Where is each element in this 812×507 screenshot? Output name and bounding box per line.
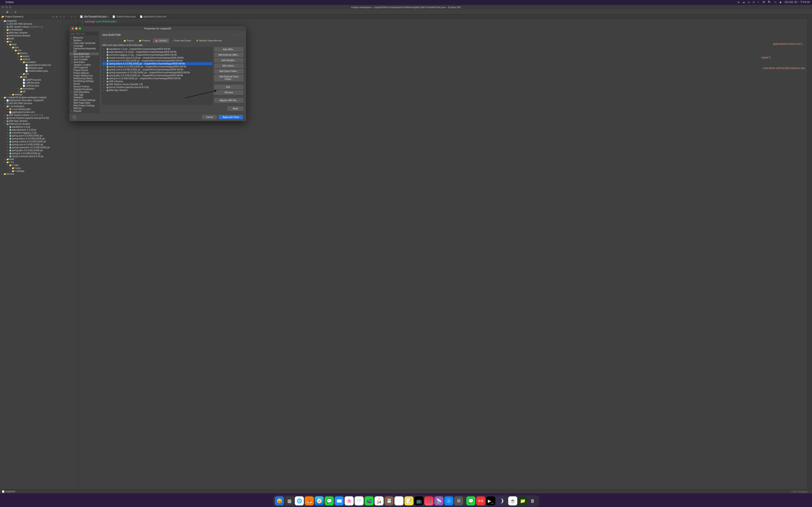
app-name[interactable]: Eclipse — [6, 1, 14, 3]
search-icon[interactable]: 🔍 — [768, 1, 771, 4]
input-icon[interactable]: 拼 — [763, 0, 765, 4]
clock[interactable]: 3月14日 周一 下午8:39 — [784, 0, 810, 4]
control-center-icon[interactable]: ⌥ — [774, 1, 777, 4]
mac-menubar: Eclipse ◎ ☁ ▭ ⊙ ᯤ 拼 🔍 ⌥ ◉ 3月14日 周一 下午8:3… — [0, 0, 812, 4]
siri-icon[interactable]: ◉ — [779, 1, 782, 4]
battery-icon[interactable]: ▭ — [748, 1, 750, 4]
wifi-icon[interactable]: ᯤ — [757, 1, 760, 3]
wechat-status-icon[interactable]: ☁ — [743, 1, 745, 4]
user-icon[interactable]: ⊙ — [753, 1, 755, 4]
status-icon[interactable]: ◎ — [738, 1, 740, 4]
